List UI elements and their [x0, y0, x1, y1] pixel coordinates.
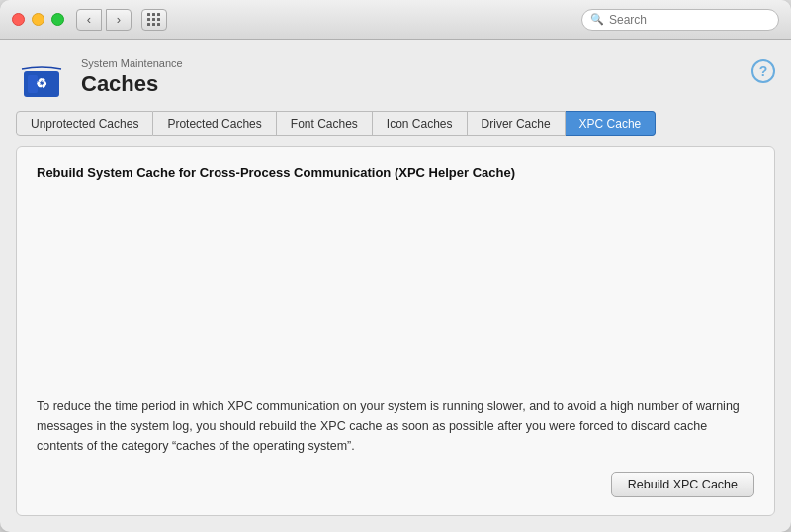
title-bar: ‹ › 🔍 — [0, 0, 791, 40]
app-header: ♻ System Maintenance Caches ? — [0, 40, 791, 103]
minimize-button[interactable] — [32, 13, 44, 26]
forward-button[interactable]: › — [106, 9, 132, 31]
app-title: Caches — [81, 71, 738, 97]
nav-buttons: ‹ › — [76, 9, 132, 31]
tab-icon-caches[interactable]: Icon Caches — [373, 111, 468, 136]
content-area: Rebuild System Cache for Cross-Process C… — [16, 146, 775, 516]
grid-button[interactable] — [141, 9, 167, 31]
tab-font-caches[interactable]: Font Caches — [277, 111, 373, 136]
help-button[interactable]: ? — [751, 59, 775, 83]
app-icon: ♻ — [16, 51, 67, 103]
app-subtitle: System Maintenance — [81, 57, 738, 69]
svg-text:♻: ♻ — [36, 76, 47, 91]
content-body: To reduce the time period in which XPC c… — [37, 196, 754, 497]
maximize-button[interactable] — [51, 13, 64, 26]
actions-row: Rebuild XPC Cache — [37, 472, 754, 497]
content-description: To reduce the time period in which XPC c… — [37, 397, 754, 456]
tab-driver-cache[interactable]: Driver Cache — [468, 111, 566, 136]
content-heading: Rebuild System Cache for Cross-Process C… — [37, 165, 754, 180]
rebuild-xpc-cache-button[interactable]: Rebuild XPC Cache — [611, 472, 754, 497]
back-button[interactable]: ‹ — [76, 9, 102, 31]
search-icon: 🔍 — [590, 13, 604, 26]
tab-unprotected-caches[interactable]: Unprotected Caches — [16, 111, 153, 136]
tab-protected-caches[interactable]: Protected Caches — [153, 111, 276, 136]
main-window: ‹ › 🔍 ♻ System Mainten — [0, 0, 791, 532]
traffic-lights — [12, 13, 64, 26]
tabs-container: Unprotected Caches Protected Caches Font… — [0, 103, 791, 136]
search-bar[interactable]: 🔍 — [581, 9, 779, 31]
grid-icon — [147, 13, 161, 27]
close-button[interactable] — [12, 13, 25, 26]
search-input[interactable] — [609, 13, 770, 27]
tab-xpc-cache[interactable]: XPC Cache — [566, 111, 657, 136]
app-title-area: System Maintenance Caches — [81, 57, 738, 97]
